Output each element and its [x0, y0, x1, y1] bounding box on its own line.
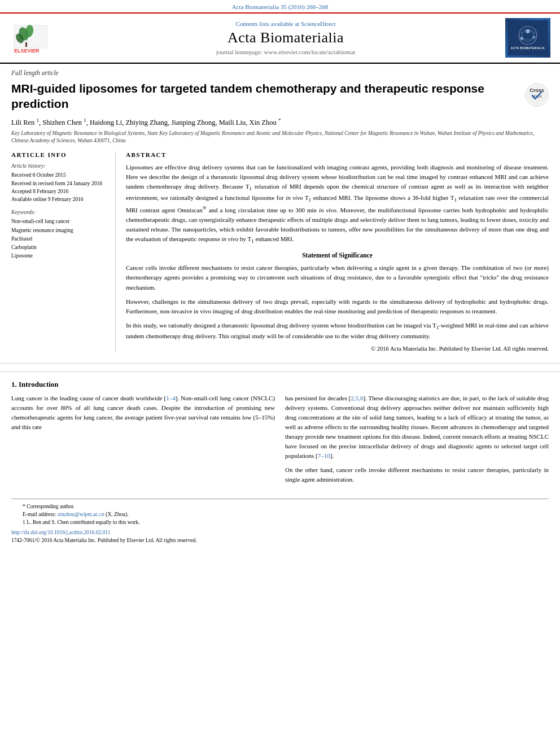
- keywords-heading: Keywords:: [11, 209, 108, 215]
- journal-header-center: Contents lists available at ScienceDirec…: [75, 18, 497, 58]
- svg-text:ACTA BIOMATERIALIA: ACTA BIOMATERIALIA: [511, 47, 545, 50]
- keyword-4: Liposome: [11, 252, 108, 260]
- svg-point-12: [520, 37, 523, 40]
- article-title: MRI-guided liposomes for targeted tandem…: [11, 81, 519, 112]
- doi-bar: Acta Biomaterialia 35 (2016) 260–268: [0, 0, 560, 12]
- introduction-title: 1. Introduction: [11, 380, 549, 389]
- article-history-heading: Article history:: [11, 163, 108, 169]
- article-content: Full length article MRI-guided liposomes…: [0, 63, 560, 364]
- ref-2-5-6[interactable]: 2,5,6: [351, 395, 363, 401]
- crossmark-badge[interactable]: Cross Mark: [525, 83, 549, 107]
- intro-left-col: Lung cancer is the leading cause of canc…: [11, 394, 275, 489]
- keywords-list: Non-small-cell lung cancer Magnetic reso…: [11, 217, 108, 260]
- keyword-0: Non-small-cell lung cancer: [11, 217, 108, 226]
- affiliation: Key Laboratory of Magnetic Resonance in …: [11, 130, 549, 145]
- statement-para-1: However, challenges to the simultaneous …: [126, 297, 549, 316]
- statement-para-0: Cancer cells invoke different mechanisms…: [126, 263, 549, 292]
- doi-footer: http://dx.doi.org/10.1016/j.actbio.2016.…: [0, 526, 560, 547]
- introduction-section: 1. Introduction Lung cancer is the leadi…: [0, 380, 560, 498]
- intro-left-para: Lung cancer is the leading cause of canc…: [11, 394, 275, 432]
- history-item-3: Available online 9 February 2016: [11, 195, 108, 203]
- intro-two-col: Lung cancer is the leading cause of canc…: [11, 394, 549, 489]
- section-divider: [0, 372, 560, 372]
- intro-right-col: has persisted for decades [2,5,6]. These…: [285, 394, 549, 489]
- journal-homepage: journal homepage: www.elsevier.com/locat…: [216, 49, 356, 55]
- history-item-2: Accepted 8 February 2016: [11, 187, 108, 195]
- svg-point-10: [526, 29, 530, 33]
- intro-right-para-1: has persisted for decades [2,5,6]. These…: [285, 394, 549, 461]
- svg-rect-4: [25, 42, 27, 47]
- footnotes-area: * Corresponding author. E-mail address: …: [11, 499, 549, 527]
- doi-footer-rights: 1742-7061/© 2016 Acta Materialia Inc. Pu…: [11, 538, 197, 543]
- footnote-corresponding: * Corresponding author.: [23, 503, 537, 510]
- footnote-equal: 1 L. Ren and S. Chen contributed equally…: [23, 518, 537, 526]
- sciencedirect-note: Contents lists available at ScienceDirec…: [235, 20, 335, 27]
- doi-text: Acta Biomaterialia 35 (2016) 260–268: [232, 3, 328, 10]
- abstract-col: ABSTRACT Liposomes are effective drug de…: [126, 151, 549, 352]
- history-item-1: Received in revised form 24 January 2016: [11, 180, 108, 187]
- sciencedirect-link-text[interactable]: ScienceDirect: [301, 20, 336, 27]
- article-title-row: MRI-guided liposomes for targeted tandem…: [11, 81, 549, 112]
- article-info-col: ARTICLE INFO Article history: Received 6…: [11, 151, 116, 352]
- journal-cover-image: ACTA BIOMATERIALIA: [505, 18, 550, 58]
- keyword-2: Paclitaxel: [11, 235, 108, 243]
- footnote-email: E-mail address: xinzhou@wipm.ac.cn (X. Z…: [23, 510, 537, 518]
- abstract-text: Liposomes are effective drug delivery sy…: [126, 163, 549, 245]
- article-type: Full length article: [11, 69, 549, 76]
- elsevier-logo: ELSEVIER: [11, 23, 65, 54]
- intro-right-para-2: On the other hand, cancer cells invoke d…: [285, 465, 549, 484]
- history-list: Received 6 October 2015 Received in revi…: [11, 171, 108, 203]
- page-container: Acta Biomaterialia 35 (2016) 260–268 ELS…: [0, 0, 560, 547]
- article-info-heading: ARTICLE INFO: [11, 151, 108, 158]
- email-link[interactable]: xinzhou@wipm.ac.cn: [58, 512, 104, 517]
- doi-footer-link[interactable]: http://dx.doi.org/10.1016/j.actbio.2016.…: [11, 530, 549, 535]
- ref-1-4[interactable]: 1–4: [166, 395, 176, 401]
- journal-header-right: ACTA BIOMATERIALIA: [502, 18, 553, 58]
- copyright-text: © 2016 Acta Materialia Inc. Published by…: [126, 346, 549, 352]
- svg-text:ELSEVIER: ELSEVIER: [14, 48, 40, 54]
- journal-title: Acta Biomaterialia: [228, 29, 344, 46]
- article-info-abstract: ARTICLE INFO Article history: Received 6…: [11, 151, 549, 352]
- journal-header: ELSEVIER Contents lists available at Sci…: [0, 12, 560, 63]
- journal-header-left: ELSEVIER: [7, 18, 69, 58]
- authors: Lili Ren 1, Shizhen Chen 1, Haidong Li, …: [11, 117, 549, 127]
- svg-point-11: [532, 36, 535, 38]
- keyword-3: Carboplatin: [11, 243, 108, 252]
- svg-rect-6: [508, 20, 548, 55]
- statement-heading: Statement of Significance: [126, 252, 549, 259]
- statement-para-2: In this study, we rationally designed a …: [126, 321, 549, 341]
- abstract-heading: ABSTRACT: [126, 151, 549, 158]
- keyword-1: Magnetic resonance imaging: [11, 226, 108, 235]
- history-item-0: Received 6 October 2015: [11, 171, 108, 179]
- ref-7-10[interactable]: 7–10: [318, 452, 330, 459]
